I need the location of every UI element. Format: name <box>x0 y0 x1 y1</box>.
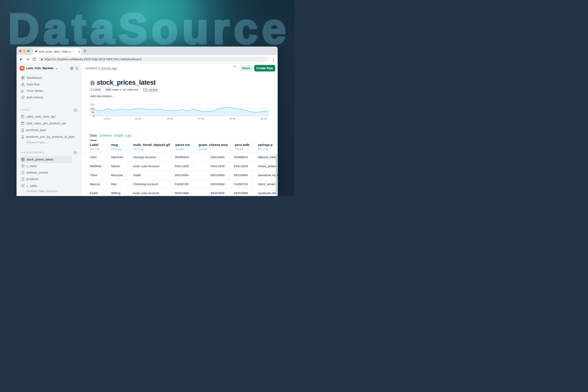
svg-text:11:00: 11:00 <box>104 118 110 120</box>
svg-text:150: 150 <box>90 103 94 106</box>
svg-text:50: 50 <box>92 111 94 114</box>
svg-text:12:00: 12:00 <box>134 118 141 120</box>
svg-text:13:00: 13:00 <box>166 118 173 120</box>
svg-text:14:00: 14:00 <box>197 118 204 120</box>
svg-text:16:00: 16:00 <box>260 118 267 120</box>
svg-text:100: 100 <box>90 107 94 110</box>
svg-text:15:00: 15:00 <box>229 118 236 120</box>
svg-text:0: 0 <box>93 115 94 118</box>
